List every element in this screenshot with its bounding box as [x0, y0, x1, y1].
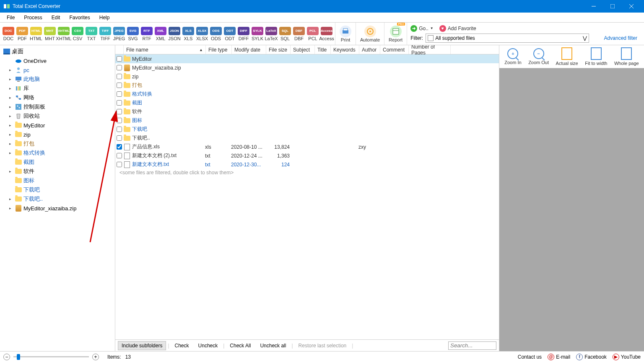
fit-width-button[interactable]: Fit to width [585, 47, 607, 66]
maximize-button[interactable] [603, 0, 622, 13]
file-list-header[interactable]: File name▲ File type Modify date File si… [115, 45, 499, 54]
row-checkbox[interactable] [117, 144, 122, 150]
search-input[interactable] [448, 341, 496, 350]
filter-select[interactable]: All supported files ⋁ [426, 34, 589, 43]
file-row[interactable]: 打包 [115, 81, 499, 90]
go-button[interactable]: ➜Go.. ▼ [410, 25, 434, 32]
format-sylk[interactable]: SYLKSYLK [251, 23, 264, 44]
folder-tree[interactable]: 桌面 OneDrive▸pc▸此电脑▸库▸网络▸控制面板▸回收站▸MyEdito… [0, 45, 115, 351]
format-xhtml[interactable]: XHTMLXHTML [57, 23, 70, 44]
row-checkbox[interactable] [117, 127, 122, 132]
row-checkbox[interactable] [117, 91, 122, 97]
zoom-slider[interactable] [13, 356, 89, 357]
format-mht[interactable]: MHTMHT [43, 23, 57, 44]
zoom-minus-button[interactable]: − [3, 354, 10, 360]
file-row[interactable]: 产品信息.xlsxls2020-08-10 ...13,824zxy [115, 142, 499, 151]
tree-item[interactable]: ▸回收站 [0, 111, 115, 121]
format-sql[interactable]: SQLSQL [278, 23, 292, 44]
email-link[interactable]: @E-mail [548, 354, 570, 360]
tree-item[interactable]: ▸下载吧.. [0, 194, 115, 204]
tree-item[interactable]: ▸MyEditor [0, 121, 115, 130]
tree-root[interactable]: 桌面 [0, 47, 115, 56]
format-xls[interactable]: XLSXLS [182, 23, 195, 44]
check-all-button[interactable]: Check All [226, 341, 254, 350]
format-xlsx[interactable]: XLSXXLSX [195, 23, 209, 44]
row-checkbox[interactable] [117, 118, 122, 123]
row-checkbox[interactable] [117, 56, 122, 62]
format-csv[interactable]: CSVCSV [71, 23, 84, 44]
menu-process[interactable]: Process [20, 13, 46, 22]
advanced-filter-link[interactable]: Advanced filter [604, 35, 641, 41]
file-row[interactable]: 截图 [115, 98, 499, 107]
row-checkbox[interactable] [117, 65, 122, 70]
facebook-link[interactable]: fFacebook [576, 354, 607, 360]
tree-item[interactable]: ▸此电脑 [0, 75, 115, 84]
automate-button[interactable]: Automate [356, 23, 384, 45]
file-row[interactable]: 新建文本文档 (2).txttxt2020-12-24 ...1,363 [115, 151, 499, 160]
file-row[interactable]: 下载吧.. [115, 134, 499, 142]
file-row[interactable]: 下载吧 [115, 125, 499, 134]
file-row[interactable]: MyEditor_xiazaiba.zip [115, 63, 499, 72]
tree-item[interactable]: ▸库 [0, 84, 115, 93]
minimize-button[interactable] [584, 0, 603, 13]
format-pcl[interactable]: PCLPCL [306, 23, 319, 44]
row-checkbox[interactable] [117, 162, 122, 167]
format-doc[interactable]: DOCDOC [2, 23, 15, 44]
zoom-plus-button[interactable]: + [92, 354, 99, 360]
format-odt[interactable]: ODTODT [223, 23, 236, 44]
print-button[interactable]: Print [335, 23, 356, 45]
tree-item[interactable]: ▸打包 [0, 139, 115, 148]
zoom-in-button[interactable]: +Zoom In [504, 48, 521, 65]
file-row[interactable]: 软件 [115, 107, 499, 116]
format-access[interactable]: AccessAccess [320, 23, 333, 44]
menu-file[interactable]: File [3, 13, 19, 22]
row-checkbox[interactable] [117, 109, 122, 114]
add-favorite-button[interactable]: ♥Add Favorite [439, 25, 476, 32]
format-txt[interactable]: TXTTXT [85, 23, 98, 44]
zoom-out-button[interactable]: −Zoom Out [528, 48, 549, 65]
format-latex[interactable]: LaTeXLaTeX [265, 23, 278, 44]
file-list[interactable]: MyEditorMyEditor_xiazaiba.zipzip打包格式转换截图… [115, 54, 499, 339]
row-checkbox[interactable] [117, 153, 122, 158]
uncheck-all-button[interactable]: Uncheck all [256, 341, 290, 350]
row-checkbox[interactable] [117, 83, 122, 88]
row-checkbox[interactable] [117, 74, 122, 79]
file-row[interactable]: 新建文本文档.txttxt2020-12-30...124 [115, 160, 499, 169]
tree-item[interactable]: 图标 [0, 176, 115, 185]
format-rtf[interactable]: RTFRTF [140, 23, 153, 44]
include-subfolders-button[interactable]: Include subfolders [118, 341, 166, 350]
format-diff[interactable]: DIFFDIFF [237, 23, 250, 44]
format-tiff[interactable]: TIFFTIFF [99, 23, 112, 44]
tree-item[interactable]: ▸pc [0, 65, 115, 75]
format-json[interactable]: JSONJSON [168, 23, 181, 44]
format-pdf[interactable]: PDFPDF [16, 23, 29, 44]
tree-item[interactable]: ▸MyEditor_xiazaiba.zip [0, 204, 115, 213]
uncheck-button[interactable]: Uncheck [195, 341, 222, 350]
actual-size-button[interactable]: Actual size [556, 47, 578, 66]
tree-item[interactable]: 截图 [0, 158, 115, 167]
close-button[interactable] [622, 0, 641, 13]
tree-item[interactable]: ▸zip [0, 130, 115, 139]
format-jpeg[interactable]: JPEGJPEG [112, 23, 126, 44]
tree-item[interactable]: OneDrive [0, 56, 115, 65]
file-row[interactable]: MyEditor [115, 54, 499, 63]
tree-item[interactable]: 下载吧 [0, 185, 115, 194]
filtered-note[interactable]: <some files are filtered, double click t… [115, 169, 499, 176]
file-row[interactable]: 图标 [115, 116, 499, 125]
file-row[interactable]: zip [115, 72, 499, 81]
contact-us-link[interactable]: Contact us [518, 354, 542, 360]
youtube-link[interactable]: ▶YouTube [613, 354, 641, 360]
restore-selection-button[interactable]: Restore last selection [295, 341, 351, 350]
format-xml[interactable]: XMLXML [154, 23, 167, 44]
menu-favorites[interactable]: Favorites [65, 13, 94, 22]
whole-page-button[interactable]: Whole page [614, 47, 639, 66]
tree-item[interactable]: ▸格式转换 [0, 148, 115, 158]
format-html[interactable]: HTMLHTML [29, 23, 43, 44]
menu-help[interactable]: Help [95, 13, 114, 22]
row-checkbox[interactable] [117, 135, 122, 141]
format-dbf[interactable]: DBFDBF [292, 23, 306, 44]
row-checkbox[interactable] [117, 100, 122, 106]
report-button[interactable]: PRO Report [384, 23, 407, 45]
tree-item[interactable]: ▸控制面板 [0, 102, 115, 111]
file-row[interactable]: 格式转换 [115, 90, 499, 98]
